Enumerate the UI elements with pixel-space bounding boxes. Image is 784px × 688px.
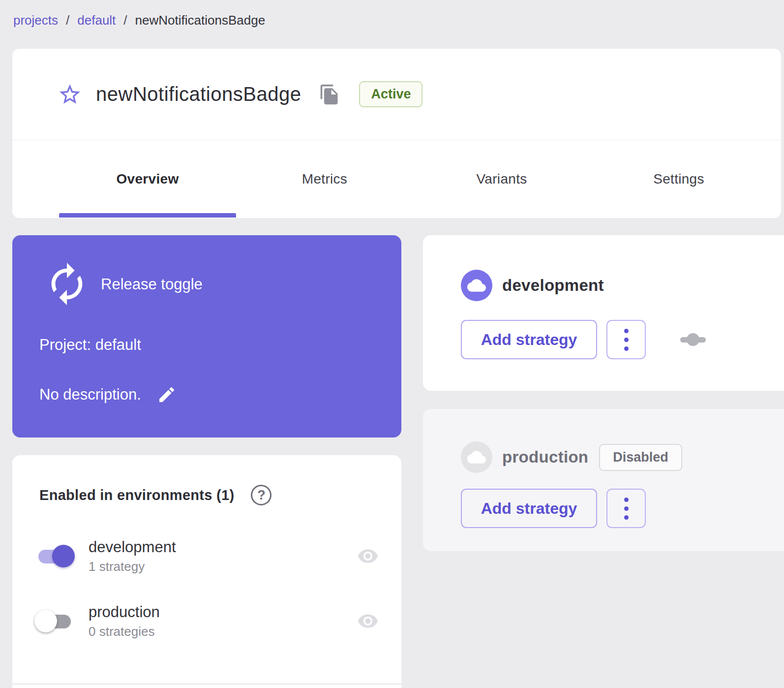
- more-options-button[interactable]: [606, 489, 646, 528]
- enabled-environments-title: Enabled in environments (1): [39, 487, 234, 503]
- feature-summary-card: Release toggle Project: default No descr…: [12, 235, 401, 438]
- copy-name-icon[interactable]: [319, 83, 340, 106]
- production-toggle-switch[interactable]: [34, 605, 84, 637]
- feature-title-row: newNotificationsBadge Active: [12, 49, 781, 140]
- add-strategy-button[interactable]: Add strategy: [461, 320, 597, 359]
- tab-metrics[interactable]: Metrics: [236, 140, 413, 218]
- favorite-star-icon[interactable]: [58, 82, 82, 107]
- active-tab-indicator: [59, 213, 236, 218]
- tab-variants[interactable]: Variants: [413, 140, 590, 218]
- environment-strategy-count: 1 strategy: [89, 559, 176, 574]
- description-label: No description.: [39, 386, 141, 404]
- status-badge: Active: [359, 81, 422, 107]
- feature-tabs: Overview Metrics Variants Settings: [12, 140, 781, 218]
- environment-strategy-count: 0 strategies: [89, 624, 160, 639]
- environment-panel-title: production: [502, 448, 588, 467]
- kebab-dot: [624, 346, 629, 351]
- cloud-icon: [461, 441, 492, 473]
- card-divider: [12, 684, 401, 685]
- page-title: newNotificationsBadge: [96, 83, 301, 105]
- visibility-eye-icon[interactable]: [354, 545, 382, 567]
- environment-name: development: [89, 538, 176, 556]
- kebab-dot: [624, 338, 629, 342]
- environment-row-development: development 1 strategy: [34, 532, 382, 581]
- breadcrumb-default-link[interactable]: default: [77, 13, 116, 28]
- development-environment-panel: development Add strategy: [423, 235, 784, 391]
- description-row: No description.: [39, 384, 178, 406]
- help-icon[interactable]: ?: [251, 485, 271, 505]
- kebab-dot: [624, 498, 629, 502]
- add-strategy-button[interactable]: Add strategy: [461, 489, 597, 528]
- release-toggle-icon: [44, 261, 90, 307]
- visibility-eye-icon[interactable]: [354, 610, 382, 632]
- more-options-button[interactable]: [606, 320, 646, 359]
- kebab-dot: [624, 329, 629, 333]
- breadcrumb-separator: /: [66, 13, 69, 28]
- breadcrumb-projects-link[interactable]: projects: [13, 13, 58, 28]
- production-environment-panel: production Disabled Add strategy: [423, 409, 784, 551]
- project-label: Project: default: [39, 336, 141, 354]
- enabled-environments-card: Enabled in environments (1) ? developmen…: [12, 455, 401, 688]
- tab-overview[interactable]: Overview: [59, 140, 236, 218]
- kebab-dot: [624, 506, 629, 511]
- environment-enable-switch[interactable]: [680, 332, 706, 347]
- feature-header-card: newNotificationsBadge Active Overview Me…: [12, 49, 781, 218]
- toggle-type-label: Release toggle: [101, 276, 203, 293]
- tab-settings[interactable]: Settings: [590, 140, 767, 218]
- breadcrumb-separator: /: [123, 13, 127, 28]
- breadcrumb: projects / default / newNotificationsBad…: [13, 13, 265, 28]
- cloud-icon: [461, 270, 492, 301]
- development-toggle-switch[interactable]: [34, 540, 84, 572]
- edit-description-icon[interactable]: [156, 384, 178, 406]
- breadcrumb-current-page: newNotificationsBadge: [135, 13, 266, 28]
- environment-name: production: [89, 603, 160, 621]
- environment-row-production: production 0 strategies: [34, 596, 382, 646]
- environment-panel-title: development: [502, 276, 604, 295]
- disabled-badge: Disabled: [599, 444, 682, 471]
- kebab-dot: [624, 515, 629, 520]
